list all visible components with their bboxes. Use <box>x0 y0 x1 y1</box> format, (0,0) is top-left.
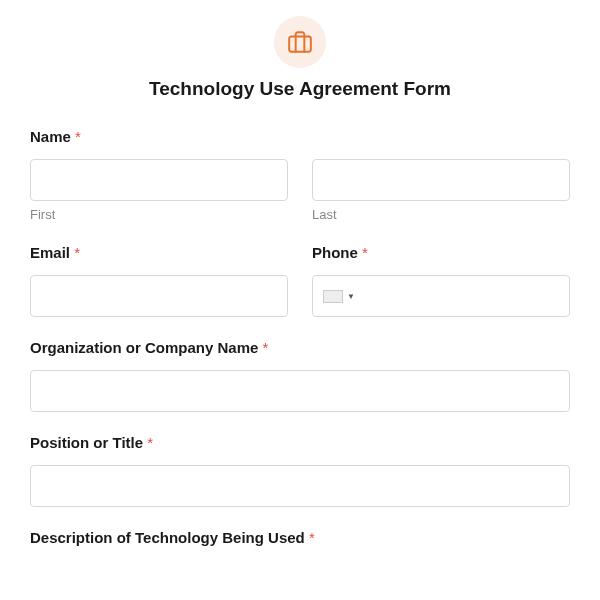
form-header: Technology Use Agreement Form <box>30 16 570 100</box>
briefcase-icon <box>274 16 326 68</box>
email-field-group: Email * <box>30 244 288 317</box>
chevron-down-icon: ▼ <box>347 292 355 301</box>
flag-icon <box>323 290 343 303</box>
description-field-group: Description of Technology Being Used * <box>30 529 570 546</box>
last-name-sublabel: Last <box>312 207 570 222</box>
form-title: Technology Use Agreement Form <box>30 78 570 100</box>
description-label: Description of Technology Being Used * <box>30 529 570 546</box>
name-field-group: Name * First Last <box>30 128 570 222</box>
last-name-input[interactable] <box>312 159 570 201</box>
email-input[interactable] <box>30 275 288 317</box>
name-label: Name * <box>30 128 570 145</box>
position-field-group: Position or Title * <box>30 434 570 507</box>
first-name-input[interactable] <box>30 159 288 201</box>
organization-label: Organization or Company Name * <box>30 339 570 356</box>
svg-rect-0 <box>289 37 311 52</box>
email-label: Email * <box>30 244 288 261</box>
position-input[interactable] <box>30 465 570 507</box>
position-label: Position or Title * <box>30 434 570 451</box>
phone-field-group: Phone * ▼ <box>312 244 570 317</box>
phone-label: Phone * <box>312 244 570 261</box>
organization-input[interactable] <box>30 370 570 412</box>
organization-field-group: Organization or Company Name * <box>30 339 570 412</box>
first-name-sublabel: First <box>30 207 288 222</box>
phone-input[interactable]: ▼ <box>312 275 570 317</box>
